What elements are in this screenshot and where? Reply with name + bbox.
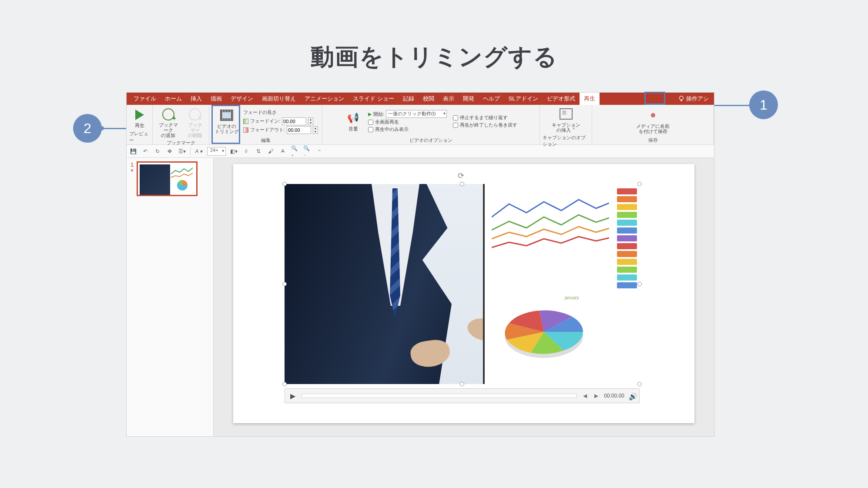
slide-stage: ⟳ — [214, 158, 714, 436]
tell-me-label: 操作アシ — [686, 95, 709, 103]
zoom-out-icon[interactable]: 🔍₋ — [303, 147, 311, 155]
tab-insert[interactable]: 挿入 — [186, 93, 206, 105]
lightbulb-icon — [678, 96, 684, 102]
resize-handle[interactable] — [637, 382, 642, 386]
bullets-icon[interactable]: ☰▾ — [178, 147, 186, 155]
save-media-button[interactable]: メディアに名前 を付けて保存 — [634, 108, 671, 135]
loop-label: 停止するまで繰り返す — [460, 114, 508, 121]
thumbnail-1[interactable]: 1 ★ — [130, 161, 210, 196]
redo-icon[interactable]: ↻ — [154, 147, 161, 155]
volume-button[interactable]: 音量 — [345, 110, 362, 132]
bookmark-add-icon — [161, 107, 175, 121]
align-icon[interactable]: ⇅ — [255, 147, 262, 155]
tab-view[interactable]: 表示 — [439, 93, 459, 105]
tab-file[interactable]: ファイル — [129, 93, 161, 105]
format-painter-icon[interactable]: 🖌 — [267, 147, 275, 155]
trim-video-button[interactable]: ビデオの トリミング — [213, 108, 241, 135]
resize-handle[interactable] — [637, 282, 642, 286]
page-title: 動画をトリミングする — [0, 41, 868, 73]
undo-icon[interactable]: ↶ — [141, 147, 149, 155]
group-video-options-label: ビデオのオプション — [409, 136, 452, 144]
resize-handle[interactable] — [637, 182, 642, 186]
qat-overflow-icon[interactable]: ⁼ — [315, 147, 323, 155]
fade-in-input[interactable] — [282, 117, 306, 125]
video-object[interactable]: ⟳ — [285, 184, 640, 384]
step-back-button[interactable]: ◀ — [581, 392, 588, 399]
trim-icon — [220, 109, 234, 123]
save-label: メディアに名前 を付けて保存 — [636, 124, 670, 134]
video-content: january — [285, 184, 640, 384]
fade-settings: フェードの長さ フェードイン: ▲▼ フェードアウト: ▲▼ — [243, 109, 318, 134]
clear-format-icon[interactable]: A̶ — [279, 147, 287, 155]
tab-playback[interactable]: 再生 — [580, 93, 600, 105]
hide-checkbox[interactable] — [368, 127, 373, 132]
tab-video-format[interactable]: ビデオ形式 — [543, 93, 580, 105]
tab-slideshow[interactable]: スライド ショー — [349, 93, 399, 105]
tab-review[interactable]: 校閲 — [419, 93, 439, 105]
insert-caption-button[interactable]: キャプション の挿入 ˅ — [550, 107, 582, 134]
tab-design[interactable]: デザイン — [226, 93, 258, 105]
edit-area: 1 ★ ⟳ — [127, 158, 714, 436]
svg-point-0 — [680, 96, 684, 100]
shape-fill-icon[interactable]: ◧▾ — [230, 147, 238, 155]
fade-out-label: フェードアウト: — [250, 127, 285, 133]
resize-handle[interactable] — [282, 182, 287, 186]
step-forward-button[interactable]: ▶ — [593, 392, 600, 399]
tab-developer[interactable]: 開発 — [459, 93, 479, 105]
add-bookmark-label: ブックマーク の追加 — [157, 122, 180, 138]
tell-me-search[interactable]: 操作アシ — [676, 95, 711, 103]
add-bookmark-button[interactable]: ブックマーク の追加 — [155, 107, 181, 139]
tab-sladdin[interactable]: SLアドイン — [504, 93, 543, 105]
thumb-number: 1 — [131, 161, 134, 168]
group-video-options: 音量 ▶ 開始: 一連のクリック動作(I) 全画面再生 — [322, 105, 540, 144]
quick-access-toolbar: 💾 ↶ ↻ ✥ ☰▾ A ▾ 24+ ◧▾ ◊ ⇅ 🖌 A̶ 🔍₊ 🔍₋ ⁼ — [127, 145, 714, 158]
volume-icon — [346, 111, 360, 125]
svg-rect-1 — [680, 100, 682, 101]
caption-label: キャプション の挿入 ˅ — [552, 122, 580, 133]
tab-help[interactable]: ヘルプ — [479, 93, 504, 105]
playbar-volume-icon[interactable]: 🔊 — [629, 392, 636, 399]
tab-animations[interactable]: アニメーション — [300, 93, 349, 105]
save-dot-icon — [646, 109, 660, 123]
group-caption: キャプション の挿入 ˅ キャプションのオプション — [540, 105, 592, 144]
fade-out-input[interactable] — [287, 126, 311, 134]
playbar-play-button[interactable]: ▶ — [288, 391, 297, 400]
group-preview: 再生 プレビュー — [127, 105, 153, 144]
loop-checkbox[interactable] — [453, 115, 458, 120]
fullscreen-label: 全画面再生 — [375, 119, 399, 125]
tab-record[interactable]: 記録 — [399, 93, 419, 105]
shape-outline-icon[interactable]: ◊ — [242, 147, 250, 155]
fade-in-spinner[interactable]: ▲▼ — [308, 117, 313, 125]
fade-out-spinner[interactable]: ▲▼ — [313, 126, 318, 134]
playbar-track[interactable] — [302, 394, 577, 398]
callout-2: 2 — [73, 114, 102, 143]
ribbon-tabs: ファイル ホーム 挿入 描画 デザイン 画面切り替え アニメーション スライド … — [127, 93, 714, 105]
resize-handle[interactable] — [460, 182, 464, 186]
slide[interactable]: ⟳ — [233, 164, 694, 423]
chart-legend — [617, 188, 637, 380]
resize-handle[interactable] — [282, 282, 287, 286]
resize-handle[interactable] — [282, 382, 287, 386]
zoom-in-icon[interactable]: 🔍₊ — [291, 147, 299, 155]
font-size-selector[interactable]: 24+ — [207, 147, 226, 156]
pie-label: january — [565, 295, 579, 300]
group-preview-label: プレビュー — [129, 130, 150, 144]
hide-label: 再生中のみ表示 — [375, 126, 409, 133]
ribbon: 再生 プレビュー ブックマーク の追加 ブックマー の削除 ブックマーク — [127, 105, 714, 145]
play-icon — [133, 108, 147, 122]
fullscreen-checkbox[interactable] — [368, 120, 373, 125]
callout-1: 1 — [749, 90, 778, 119]
tab-draw[interactable]: 描画 — [206, 93, 226, 105]
group-caption-label: キャプションのオプション — [543, 134, 589, 147]
touch-mode-icon[interactable]: ✥ — [166, 147, 174, 155]
rewind-checkbox[interactable] — [453, 123, 458, 128]
save-icon[interactable]: 💾 — [129, 147, 137, 155]
tab-transitions[interactable]: 画面切り替え — [258, 93, 300, 105]
start-select[interactable]: 一連のクリック動作(I) — [386, 110, 447, 118]
tab-home[interactable]: ホーム — [161, 93, 186, 105]
play-button[interactable]: 再生 — [131, 107, 148, 129]
rotate-handle-icon[interactable]: ⟳ — [458, 171, 466, 180]
thumb-star-icon: ★ — [130, 168, 134, 173]
font-style-icon[interactable]: A ▾ — [195, 147, 203, 155]
resize-handle[interactable] — [460, 382, 464, 386]
